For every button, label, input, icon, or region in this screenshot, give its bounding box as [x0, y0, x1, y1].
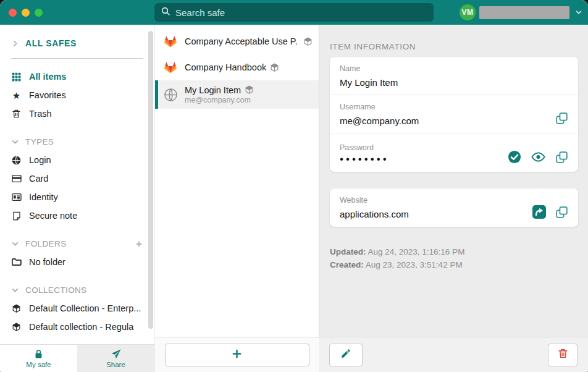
field-value: My Login Item	[340, 77, 568, 88]
detail-panel-title: ITEM INFORMATION	[330, 42, 578, 51]
detail-bottom-bar	[319, 337, 588, 372]
close-window-button[interactable]	[9, 9, 17, 17]
field-username: Username me@company.com	[330, 95, 578, 133]
app-window: VM ALL SAFES All items ★ Favorites	[0, 0, 588, 372]
item-list: Company Acceptable Use P... Company Hand…	[154, 25, 319, 337]
website-card: Website applications.com	[330, 188, 578, 227]
sidebar-item-no-folder[interactable]: No folder	[0, 253, 154, 271]
sidebar-item-collection-enterprise[interactable]: Default Collection - Enterp...	[0, 299, 154, 318]
copy-password-button[interactable]	[555, 151, 568, 164]
sidebar-item-all-safes[interactable]: ALL SAFES	[0, 25, 154, 48]
field-label: Name	[340, 64, 568, 73]
trash-icon	[11, 109, 22, 119]
globe-icon	[162, 87, 178, 103]
copy-username-button[interactable]	[555, 112, 568, 125]
section-header-label: TYPES	[25, 137, 54, 146]
sidebar-item-collection-regular[interactable]: Default collection - Regula	[0, 318, 154, 336]
chevron-down-icon	[11, 138, 19, 146]
item-title: Company Acceptable Use P...	[185, 36, 297, 46]
add-folder-button[interactable]	[135, 240, 143, 248]
sidebar-item-secure-note[interactable]: Secure note	[0, 206, 154, 225]
delete-item-button[interactable]	[548, 344, 578, 366]
lock-icon	[33, 349, 44, 360]
account-name-redacted	[479, 6, 569, 19]
list-item-selected[interactable]: My Login Item me@company.com	[155, 80, 319, 109]
plus-icon	[232, 349, 242, 361]
field-value: applications.com	[340, 209, 532, 219]
chevron-down-icon	[11, 286, 19, 294]
field-label: Password	[340, 143, 508, 152]
sidebar-item-label: All items	[29, 72, 66, 82]
safe-tabs: My safe Share	[0, 344, 154, 372]
field-value-masked: ••••••••	[340, 156, 508, 163]
sidebar-section-collections[interactable]: COLLECTIONS	[0, 281, 154, 299]
updated-line: Updated: Aug 24, 2023, 1:16:16 PM	[330, 245, 578, 258]
add-item-button[interactable]	[165, 344, 309, 366]
gitlab-icon	[162, 33, 178, 49]
sidebar-item-label: Favorites	[29, 90, 66, 100]
item-info-card: Name My Login Item Username me@company.c…	[330, 57, 578, 172]
globe-icon	[11, 156, 22, 165]
credit-card-icon	[11, 174, 22, 183]
edit-item-button[interactable]	[329, 344, 363, 366]
search-bar[interactable]	[154, 3, 434, 22]
item-title: My Login Item	[185, 85, 241, 95]
grid-icon	[11, 72, 22, 82]
window-controls	[9, 9, 43, 17]
sidebar-section-types[interactable]: TYPES	[0, 133, 154, 151]
field-name: Name My Login Item	[330, 57, 578, 95]
sidebar-item-login[interactable]: Login	[0, 151, 154, 169]
sidebar-item-label: Identity	[29, 192, 58, 202]
item-title: Company Handbook	[185, 62, 266, 72]
list-item[interactable]: Company Acceptable Use P...	[155, 28, 319, 54]
item-subtitle: me@company.com	[185, 96, 254, 104]
zoom-window-button[interactable]	[35, 9, 43, 17]
password-check-icon[interactable]	[508, 150, 521, 164]
sidebar-item-label: Default Collection - Enterp...	[29, 303, 141, 313]
sidebar-item-all-items[interactable]: All items	[0, 67, 154, 86]
sidebar-section-folders[interactable]: FOLDERS	[0, 235, 154, 253]
chevron-down-icon	[11, 240, 19, 248]
search-input[interactable]	[175, 7, 427, 18]
shared-cube-icon	[303, 37, 313, 46]
field-website: Website applications.com	[330, 188, 578, 227]
cube-icon	[11, 304, 22, 313]
list-item[interactable]: Company Handbook	[155, 54, 319, 80]
sidebar-item-favorites[interactable]: ★ Favorites	[0, 86, 154, 104]
created-label: Created:	[330, 260, 364, 269]
tab-my-safe[interactable]: My safe	[0, 345, 77, 372]
sidebar-item-card[interactable]: Card	[0, 169, 154, 188]
paper-plane-icon	[111, 349, 122, 360]
avatar[interactable]: VM	[460, 4, 476, 20]
note-icon	[11, 211, 22, 221]
sidebar-item-label: Trash	[29, 109, 52, 119]
chevron-down-icon[interactable]	[574, 8, 583, 19]
pencil-icon	[340, 348, 351, 361]
cube-icon	[11, 323, 22, 332]
copy-website-button[interactable]	[555, 206, 568, 219]
list-bottom-bar	[154, 337, 319, 372]
reveal-password-button[interactable]	[531, 151, 545, 163]
sidebar-item-trash[interactable]: Trash	[0, 104, 154, 123]
all-safes-label: ALL SAFES	[25, 38, 77, 48]
search-icon	[161, 6, 170, 19]
minimize-window-button[interactable]	[22, 9, 30, 17]
field-password: Password ••••••••	[330, 133, 578, 172]
sidebar-item-label: Login	[29, 155, 51, 165]
open-website-button[interactable]	[532, 205, 547, 219]
section-header-label: FOLDERS	[25, 239, 67, 248]
created-value: Aug 23, 2023, 3:51:42 PM	[364, 260, 463, 269]
trash-red-icon	[558, 348, 568, 361]
item-detail-panel: ITEM INFORMATION Name My Login Item User…	[319, 25, 588, 337]
chevron-right-icon	[11, 40, 19, 48]
item-timestamps: Updated: Aug 24, 2023, 1:16:16 PM Create…	[330, 245, 578, 271]
updated-value: Aug 24, 2023, 1:16:16 PM	[366, 247, 465, 256]
star-icon: ★	[11, 91, 22, 100]
field-label: Website	[340, 196, 532, 205]
id-card-icon	[11, 193, 22, 201]
sidebar-scrollbar[interactable]	[148, 31, 153, 329]
shared-cube-icon	[270, 63, 279, 72]
sidebar-item-identity[interactable]: Identity	[0, 188, 154, 206]
tab-share[interactable]: Share	[77, 345, 154, 372]
top-bar: VM	[0, 0, 588, 25]
